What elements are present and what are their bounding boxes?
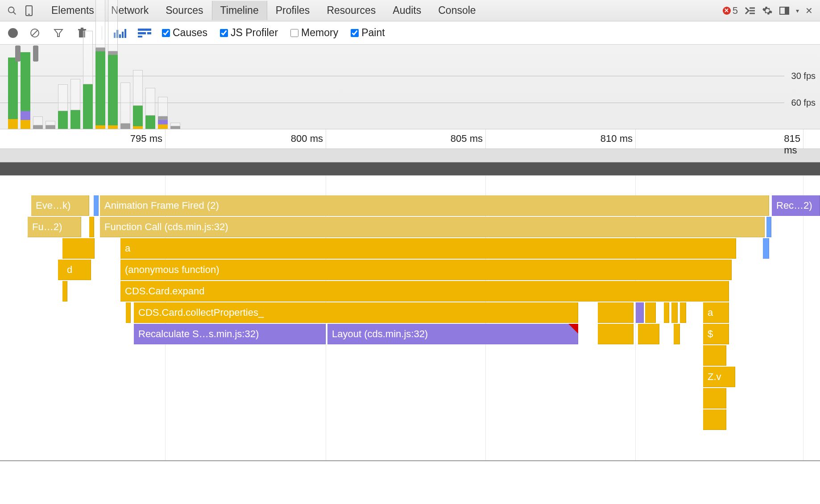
overview-bar[interactable] [145, 88, 155, 129]
svg-rect-21 [138, 32, 146, 34]
flame-block[interactable]: CDS.Card.expand [120, 281, 729, 302]
flame-block[interactable]: Rec…2) [772, 195, 820, 216]
overview-bar[interactable] [170, 123, 180, 129]
overview-handle[interactable] [33, 45, 38, 62]
search-icon[interactable] [4, 3, 20, 18]
svg-line-1 [13, 12, 16, 14]
checkbox-input[interactable] [290, 29, 298, 37]
error-badge[interactable]: ✕ 5 [723, 5, 738, 17]
time-ruler[interactable]: 795 ms800 ms805 ms810 ms815 ms [0, 129, 820, 149]
dock-menu-chevron-icon[interactable]: ▾ [796, 7, 799, 14]
overview-bar[interactable] [70, 79, 80, 129]
overview-bar-seg [133, 106, 143, 126]
svg-point-0 [8, 7, 14, 12]
overview-bar-outline [133, 70, 143, 106]
checkbox-input[interactable] [220, 29, 228, 37]
flame-block[interactable]: a [703, 302, 729, 323]
flame-block[interactable] [126, 302, 131, 323]
overview-bar-seg [95, 51, 105, 125]
overview-bar[interactable] [133, 70, 143, 129]
tab-profiles[interactable]: Profiles [267, 1, 319, 20]
overview-bar[interactable] [108, 0, 118, 129]
overview-bar[interactable] [95, 0, 105, 129]
flame-block[interactable]: Fu…2) [28, 217, 81, 237]
flamechart[interactable]: Eve…k)Animation Frame Fired (2)Rec…2)Fu…… [0, 176, 820, 461]
flame-block[interactable] [703, 388, 726, 409]
view-flame-icon[interactable] [138, 29, 150, 37]
overview-bar-seg [83, 84, 93, 129]
overview-bar[interactable] [83, 31, 93, 129]
flame-block[interactable] [703, 345, 726, 366]
fps-label: 60 fps [791, 98, 816, 108]
checkbox-memory[interactable]: Memory [290, 27, 338, 39]
overview-bar[interactable] [21, 52, 30, 129]
flame-block[interactable] [598, 302, 634, 323]
flame-block[interactable]: $ [703, 324, 729, 344]
clear-icon[interactable] [29, 28, 42, 38]
flame-block[interactable] [680, 302, 686, 323]
flame-block[interactable] [763, 238, 769, 259]
flame-block[interactable] [62, 238, 95, 259]
flame-block[interactable] [62, 281, 67, 302]
tab-timeline[interactable]: Timeline [212, 1, 267, 20]
tab-elements[interactable]: Elements [43, 1, 103, 20]
overview-bar-seg [158, 116, 168, 120]
overview-bar[interactable] [158, 97, 168, 129]
flame-block[interactable]: CDS.Card.collectProperties_ [134, 302, 578, 323]
cpu-strip[interactable] [0, 149, 820, 162]
overview-bar[interactable] [46, 121, 55, 129]
network-strip[interactable] [0, 162, 820, 176]
flame-block[interactable] [674, 324, 680, 344]
flame-block[interactable]: Animation Frame Fired (2) [100, 195, 769, 216]
device-mode-icon[interactable] [21, 3, 37, 18]
flame-block[interactable]: Z.v [703, 367, 735, 387]
checkbox-paint[interactable]: Paint [351, 27, 385, 39]
overview-bar-outline [58, 84, 68, 111]
flame-block[interactable]: (anonymous function) [120, 260, 732, 280]
flame-block[interactable] [94, 195, 99, 216]
flame-block[interactable] [664, 302, 669, 323]
overview-bar[interactable] [8, 58, 18, 129]
flame-block[interactable] [636, 302, 644, 323]
overview-bar-seg [46, 125, 55, 129]
tab-audits[interactable]: Audits [384, 1, 430, 20]
settings-gear-icon[interactable] [762, 5, 773, 16]
overview-chart[interactable]: 30 fps60 fps [0, 45, 820, 129]
error-count: 5 [733, 5, 738, 17]
tab-resources[interactable]: Resources [318, 1, 384, 20]
timeline-toolbar: CausesJS ProfilerMemoryPaint [0, 21, 820, 45]
overview-bar-seg [108, 55, 118, 125]
ruler-tick [803, 129, 803, 149]
flame-block[interactable] [598, 324, 634, 344]
flame-block[interactable]: Function Call (cds.min.js:32) [100, 217, 765, 237]
checkbox-js-profiler[interactable]: JS Profiler [220, 27, 278, 39]
record-button[interactable] [8, 28, 18, 38]
ruler-tick-label: 795 ms [130, 133, 165, 145]
tabbar-right: ✕ 5 ▾ ✕ [723, 5, 816, 17]
overview-handle[interactable] [15, 45, 21, 62]
close-devtools-icon[interactable]: ✕ [805, 5, 813, 16]
flame-block[interactable]: Eve…k) [31, 195, 89, 216]
flame-block[interactable] [645, 302, 656, 323]
overview-bar[interactable] [33, 116, 43, 129]
overview-bar[interactable] [120, 83, 130, 129]
dock-side-icon[interactable] [779, 6, 790, 15]
flame-block[interactable]: Layout (cds.min.js:32) [327, 324, 578, 344]
flame-block[interactable] [671, 302, 678, 323]
checkbox-input[interactable] [351, 29, 359, 37]
checkbox-causes[interactable]: Causes [162, 27, 207, 39]
overview-bar[interactable] [58, 84, 68, 129]
show-drawer-icon[interactable] [744, 6, 756, 15]
flame-block[interactable] [703, 409, 726, 430]
flame-block[interactable]: Recalculate S…s.min.js:32) [134, 324, 326, 344]
flame-block[interactable]: d [62, 260, 91, 280]
flame-block[interactable] [89, 217, 94, 237]
checkbox-input[interactable] [162, 29, 170, 37]
flame-block[interactable] [766, 217, 771, 237]
tab-console[interactable]: Console [430, 1, 484, 20]
filter-icon[interactable] [54, 28, 66, 38]
tab-sources[interactable]: Sources [157, 1, 211, 20]
flame-block[interactable]: a [120, 238, 736, 259]
checkbox-label: JS Profiler [231, 27, 278, 39]
flame-block[interactable] [638, 324, 659, 344]
